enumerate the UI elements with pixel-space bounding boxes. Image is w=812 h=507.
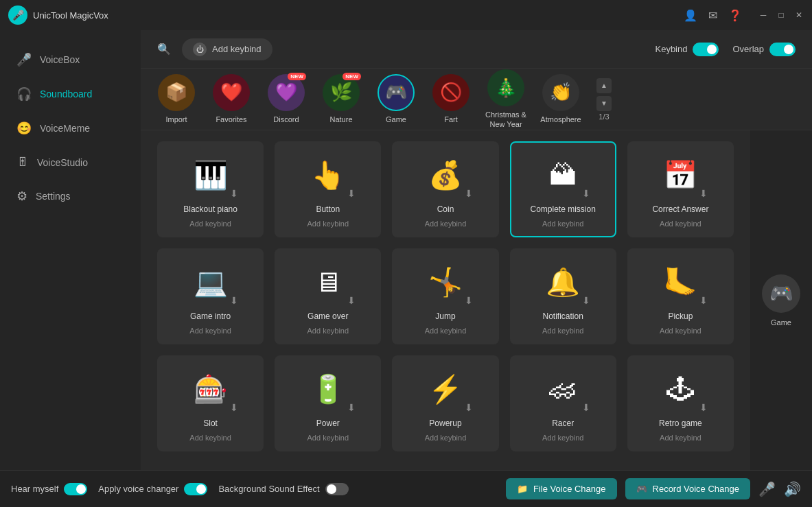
sound-card-retro-game[interactable]: 🕹 ⬇ Retro game Add keybind <box>627 355 734 451</box>
sound-card-jump[interactable]: 🤸 ⬇ Jump Add keybind <box>392 248 498 344</box>
download-icon-8: ⬇ <box>465 295 473 306</box>
racer-keybind[interactable]: Add keybind <box>542 434 584 442</box>
background-sound-toggle[interactable] <box>325 483 349 495</box>
button-name: Button <box>316 204 340 214</box>
file-voice-change-button[interactable]: 📁 File Voice Change <box>506 478 617 499</box>
sound-card-blackout-piano[interactable]: 🎹 ⬇ Blackout piano Add keybind <box>157 141 264 237</box>
window-controls: ─ □ ✕ <box>758 10 804 20</box>
pickup-keybind[interactable]: Add keybind <box>660 327 701 335</box>
keybind-toggle[interactable] <box>693 43 719 56</box>
arrow-up-button[interactable]: ▲ <box>596 78 612 93</box>
complete-mission-icon: 🏔 ⬇ <box>535 151 590 199</box>
power-keybind[interactable]: Add keybind <box>308 434 349 442</box>
keybind-toggle-group: Keybind <box>655 43 719 56</box>
overlap-toggle[interactable] <box>769 43 796 56</box>
minimize-button[interactable]: ─ <box>758 10 768 20</box>
sidebar-item-voicebox[interactable]: 🎤 VoiceBox <box>0 44 141 75</box>
game-over-keybind[interactable]: Add keybind <box>308 327 349 335</box>
retro-game-icon: 🕹 ⬇ <box>653 365 708 413</box>
bottom-actions: 📁 File Voice Change 🎮 Record Voice Chang… <box>506 478 801 499</box>
category-nature[interactable]: 🌿 NEW Nature <box>316 70 366 128</box>
christmas-label: Christmas & New Year <box>484 110 528 128</box>
coin-keybind[interactable]: Add keybind <box>425 220 467 228</box>
apply-voice-changer-group: Apply voice changer <box>98 483 207 495</box>
user-icon[interactable]: 👤 <box>684 9 697 22</box>
retro-game-keybind[interactable]: Add keybind <box>660 434 701 442</box>
jump-keybind[interactable]: Add keybind <box>425 327 467 335</box>
sound-card-notification[interactable]: 🔔 ⬇ Notification Add keybind <box>510 248 616 344</box>
powerup-icon: ⚡ ⬇ <box>418 365 473 413</box>
sound-card-powerup[interactable]: ⚡ ⬇ Powerup Add keybind <box>392 355 498 451</box>
favorites-icon: ❤️ <box>213 74 250 111</box>
button-keybind[interactable]: Add keybind <box>308 220 349 228</box>
hear-myself-toggle[interactable] <box>64 483 87 495</box>
notification-keybind[interactable]: Add keybind <box>542 327 584 335</box>
download-icon-1: ⬇ <box>230 188 238 199</box>
microphone-icon[interactable]: 🎤 <box>758 481 776 497</box>
jump-icon: 🤸 ⬇ <box>418 258 473 306</box>
sound-card-pickup[interactable]: 🦶 ⬇ Pickup Add keybind <box>627 248 734 344</box>
sound-card-button[interactable]: 👆 ⬇ Button Add keybind <box>275 141 381 237</box>
sidebar-label-voicebox: VoiceBox <box>40 54 80 65</box>
page-indicator: 1/3 <box>599 113 609 121</box>
apply-voice-changer-toggle[interactable] <box>184 483 207 495</box>
slot-keybind[interactable]: Add keybind <box>189 434 231 442</box>
file-voice-icon: 📁 <box>517 484 528 494</box>
sound-card-complete-mission[interactable]: 🏔 ⬇ Complete mission Add keybind <box>510 141 616 237</box>
christmas-icon: 🎄 <box>487 69 524 106</box>
settings-icon: ⚙ <box>16 189 27 204</box>
download-icon-2: ⬇ <box>347 188 356 199</box>
sound-card-coin[interactable]: 💰 ⬇ Coin Add keybind <box>392 141 498 237</box>
category-atmosphere[interactable]: 👏 Atmosphere <box>536 70 585 128</box>
blackout-piano-keybind[interactable]: Add keybind <box>189 220 231 228</box>
maximize-button[interactable]: □ <box>776 10 786 20</box>
category-game[interactable]: 🎮 Game <box>371 70 421 128</box>
category-discord[interactable]: 💜 NEW Discord <box>262 70 311 128</box>
sidebar-item-settings[interactable]: ⚙ Settings <box>0 180 141 212</box>
file-voice-label: File Voice Change <box>533 484 606 494</box>
download-icon-4: ⬇ <box>582 188 590 199</box>
nature-icon: 🌿 NEW <box>323 74 360 111</box>
download-icon-13: ⬇ <box>465 402 473 413</box>
arrow-down-button[interactable]: ▼ <box>596 96 612 111</box>
category-favorites[interactable]: ❤️ Favorites <box>207 70 256 128</box>
download-icon-14: ⬇ <box>582 402 590 413</box>
help-icon[interactable]: ❓ <box>728 9 742 22</box>
mail-icon[interactable]: ✉ <box>708 9 717 22</box>
slot-icon: 🎰 ⬇ <box>183 365 238 413</box>
volume-icon[interactable]: 🔊 <box>784 481 801 497</box>
category-bar: 📦 Import ❤️ Favorites 💜 NEW Discord 🌿 NE… <box>141 69 812 130</box>
category-fart[interactable]: 🚫 Fart <box>426 70 476 128</box>
sound-card-game-over[interactable]: 🖥 ⬇ Game over Add keybind <box>275 248 381 344</box>
sidebar-item-voicestudio[interactable]: 🎚 VoiceStudio <box>0 147 141 178</box>
power-icon: ⏻ <box>193 43 207 56</box>
sound-grid: 🎹 ⬇ Blackout piano Add keybind 👆 ⬇ Butto… <box>157 141 734 451</box>
sound-card-correct-answer[interactable]: 📅 ⬇ Correct Answer Add keybind <box>627 141 734 237</box>
search-icon[interactable]: 🔍 <box>157 43 171 56</box>
sound-card-slot[interactable]: 🎰 ⬇ Slot Add keybind <box>157 355 264 451</box>
soundboard-icon: 🎧 <box>16 86 32 102</box>
game-intro-keybind[interactable]: Add keybind <box>189 327 231 335</box>
racer-icon: 🏎 ⬇ <box>535 365 590 413</box>
import-label: Import <box>165 115 187 124</box>
app-logo: 🎤 UnicTool MagicVox <box>8 5 684 25</box>
record-voice-change-button[interactable]: 🎮 Record Voice Change <box>625 478 750 499</box>
sound-card-racer[interactable]: 🏎 ⬇ Racer Add keybind <box>510 355 616 451</box>
correct-answer-keybind[interactable]: Add keybind <box>660 220 701 228</box>
pickup-icon: 🦶 ⬇ <box>653 258 708 306</box>
close-button[interactable]: ✕ <box>794 10 804 20</box>
category-christmas[interactable]: 🎄 Christmas & New Year <box>481 65 531 132</box>
sound-card-power[interactable]: 🔋 ⬇ Power Add keybind <box>275 355 381 451</box>
sidebar-item-soundboard[interactable]: 🎧 Soundboard <box>0 78 141 110</box>
right-panel: 🎮 Game <box>750 130 812 470</box>
category-import[interactable]: 📦 Import <box>152 70 201 128</box>
powerup-keybind[interactable]: Add keybind <box>425 434 467 442</box>
sidebar-item-voicememe[interactable]: 😊 VoiceMeme <box>0 113 141 144</box>
download-icon-11: ⬇ <box>230 402 238 413</box>
fart-label: Fart <box>444 115 458 124</box>
slot-name: Slot <box>203 418 218 428</box>
add-keybind-button[interactable]: ⏻ Add keybind <box>182 38 272 60</box>
complete-mission-keybind[interactable]: Add keybind <box>542 220 584 228</box>
sound-card-game-intro[interactable]: 💻 ⬇ Game intro Add keybind <box>157 248 264 344</box>
coin-name: Coin <box>437 204 454 214</box>
